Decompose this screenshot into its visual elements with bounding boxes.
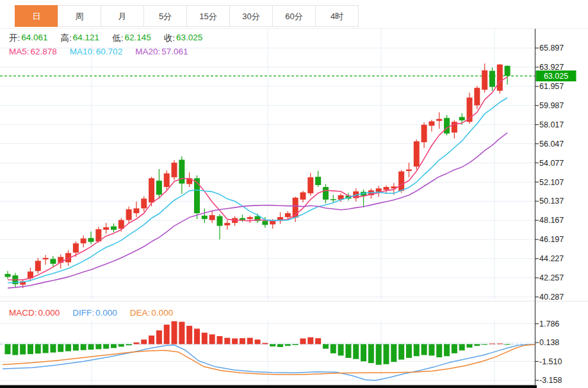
bottom-scrollbar[interactable]	[0, 385, 537, 388]
candle-body	[126, 209, 132, 220]
macd-histogram-bar	[156, 330, 162, 344]
diff-label: DIFF:	[72, 308, 94, 318]
candle-body	[315, 177, 321, 185]
tab-month[interactable]: 月	[101, 5, 144, 27]
candle-body	[88, 238, 94, 242]
axis-tick-label: 65.897	[539, 44, 564, 53]
candle-body	[474, 88, 480, 105]
axis-tick-label: 52.107	[539, 178, 564, 187]
macd-histogram-bar	[315, 338, 321, 344]
candle-body	[35, 261, 41, 271]
macd-histogram-bar	[126, 344, 132, 346]
tab-5min[interactable]: 5分	[143, 5, 187, 27]
open-label: 开:	[9, 33, 20, 44]
tab-4hour[interactable]: 4时	[315, 5, 359, 27]
close-label: 收:	[164, 33, 175, 44]
diff-value: 0.000	[95, 308, 117, 318]
candle-body	[444, 118, 450, 133]
macd-histogram-bar	[414, 344, 420, 357]
macd-histogram-bar	[467, 344, 473, 348]
macd-histogram-bar	[65, 344, 71, 352]
macd-histogram-bar	[172, 321, 177, 344]
high-value: 64.121	[73, 33, 99, 44]
macd-label: MACD:	[9, 308, 37, 318]
axis-tick-label: -1.510	[539, 357, 562, 366]
macd-histogram-bar	[444, 344, 450, 357]
dea-label: DEA:	[130, 308, 151, 318]
macd-histogram-bar	[474, 344, 480, 346]
axis-tick-label: 63.927	[539, 63, 564, 72]
candle-body	[414, 141, 420, 166]
macd-histogram-bar	[73, 344, 79, 351]
candle-body	[262, 221, 268, 225]
macd-histogram-bar	[194, 328, 200, 344]
macd-histogram-bar	[277, 344, 283, 347]
candle-body	[149, 178, 154, 202]
tab-week[interactable]: 周	[58, 5, 101, 27]
candle-body	[307, 177, 313, 193]
high-label: 高:	[61, 33, 72, 44]
ohlc-readout: 开:64.061 高:64.121 低:62.145 收:63.025	[9, 33, 202, 44]
macd-histogram-bar	[482, 344, 487, 345]
axis-tick-label: 56.047	[539, 140, 564, 149]
macd-histogram-bar	[353, 344, 359, 359]
macd-histogram-bar	[285, 344, 291, 346]
macd-histogram-bar	[133, 343, 139, 344]
macd-histogram-bar	[95, 344, 101, 350]
candle-body	[489, 71, 495, 87]
tab-day[interactable]: 日	[15, 5, 58, 27]
macd-histogram-bar	[81, 344, 86, 350]
tab-60min[interactable]: 60分	[272, 5, 316, 27]
axis-tick-label: 50.137	[539, 197, 564, 206]
candle-body	[459, 117, 465, 120]
macd-histogram-bar	[247, 338, 253, 344]
axis-tick-label: 42.257	[539, 273, 564, 282]
axis-tick-label: 59.987	[539, 101, 564, 110]
macd-histogram-bar	[452, 344, 457, 353]
macd-histogram-bar	[240, 338, 245, 344]
macd-histogram-bar	[436, 344, 442, 358]
candle-body	[111, 227, 117, 230]
macd-histogram-bar	[35, 344, 41, 354]
ma5-value: 62.878	[31, 47, 57, 56]
axis-tick-label: 0.138	[539, 338, 559, 347]
macd-histogram-bar	[384, 344, 389, 364]
ma-readout: MA5:62.878 MA10:60.702 MA20:57.061	[9, 47, 188, 56]
axis-tick-label: 54.077	[539, 159, 564, 168]
macd-histogram-bar	[368, 344, 374, 364]
macd-histogram-bar	[88, 344, 94, 350]
tab-15min[interactable]: 15分	[186, 5, 230, 27]
chart-canvas[interactable]: 65.89763.92761.95759.98758.01756.04754.0…	[0, 0, 588, 388]
macd-histogram-bar	[255, 339, 261, 344]
candle-body	[43, 258, 49, 259]
close-value: 63.025	[176, 33, 202, 44]
candle-body	[216, 216, 222, 226]
macd-histogram-bar	[421, 344, 427, 355]
candle-body	[323, 187, 329, 200]
macd-histogram-bar	[497, 343, 503, 344]
candle-body	[224, 223, 230, 225]
candle-body	[73, 243, 79, 252]
macd-histogram-bar	[216, 336, 222, 344]
macd-value: 0.000	[38, 308, 60, 318]
macd-readout: MACD:0.000 DIFF:0.000 DEA:0.000	[9, 308, 173, 318]
candle-body	[133, 208, 139, 213]
ma5-line	[8, 77, 507, 280]
candle-body	[240, 218, 245, 220]
macd-histogram-bar	[391, 344, 396, 362]
tab-30min[interactable]: 30分	[229, 5, 273, 27]
macd-histogram-bar	[262, 343, 268, 344]
candle-body	[406, 170, 412, 171]
macd-histogram-bar	[12, 344, 18, 355]
candle-body	[505, 66, 510, 76]
candle-body	[331, 199, 336, 200]
candle-body	[497, 65, 503, 91]
candle-body	[194, 178, 200, 213]
candle-body	[156, 181, 162, 195]
macd-histogram-bar	[459, 344, 465, 351]
macd-histogram-bar	[323, 344, 329, 349]
candle-body	[141, 198, 147, 208]
axis-tick-label: 44.227	[539, 254, 564, 263]
candle-body	[209, 215, 215, 220]
macd-histogram-bar	[164, 325, 170, 344]
